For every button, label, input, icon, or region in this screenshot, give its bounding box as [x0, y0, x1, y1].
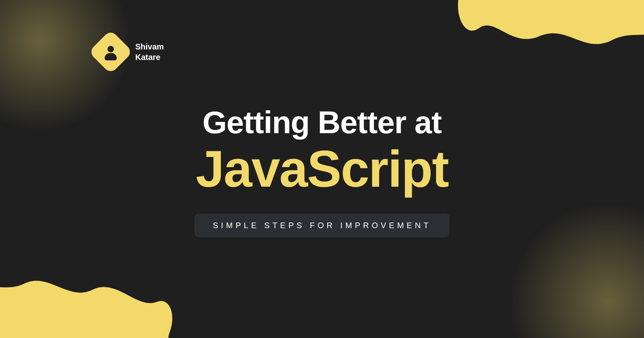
- title-line-1: Getting Better at: [202, 107, 442, 138]
- author-name: Shivam Katare: [135, 41, 164, 62]
- title-line-2: JavaScript: [196, 142, 448, 196]
- subtitle-pill: SIMPLE STEPS FOR IMPROVEMENT: [194, 214, 450, 237]
- blob-top-right: [443, 0, 644, 89]
- blob-bottom-left: [0, 249, 177, 338]
- author-avatar-icon: [95, 36, 126, 68]
- main-content: Getting Better at JavaScript SIMPLE STEP…: [0, 107, 644, 237]
- author-badge: Shivam Katare: [95, 36, 164, 68]
- author-last-name: Katare: [135, 52, 164, 62]
- author-first-name: Shivam: [135, 41, 164, 52]
